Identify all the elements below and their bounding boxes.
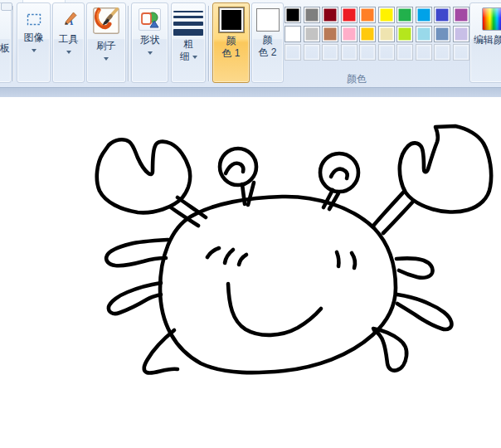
crab-left-eye	[220, 149, 256, 185]
crab-left-leg	[106, 240, 168, 265]
crab-face-mark	[225, 250, 233, 263]
paint-app-window: { "ribbon": { "clipboard_group": { "labe…	[0, 0, 501, 448]
crab-right-leg	[373, 329, 406, 371]
crab-left-eye-mark	[226, 163, 243, 173]
crab-left-eyestalk	[242, 184, 245, 204]
crab-left-leg	[109, 283, 161, 314]
crab-face-mark	[352, 253, 355, 268]
crab-right-leg	[396, 258, 433, 277]
crab-right-eye-mark	[331, 169, 348, 178]
crab-smile	[228, 284, 321, 335]
crab-right-arm-line	[374, 192, 404, 225]
crab-face-mark	[207, 248, 219, 257]
paint-canvas[interactable]	[0, 0, 501, 448]
crab-right-eye	[320, 153, 358, 192]
crab-right-claw	[400, 126, 491, 212]
crab-face-mark	[239, 255, 246, 265]
crab-left-claw	[97, 139, 190, 212]
crab-face-mark	[337, 252, 338, 266]
crab-right-leg	[397, 295, 451, 329]
crab-left-eyestalk	[248, 183, 254, 205]
